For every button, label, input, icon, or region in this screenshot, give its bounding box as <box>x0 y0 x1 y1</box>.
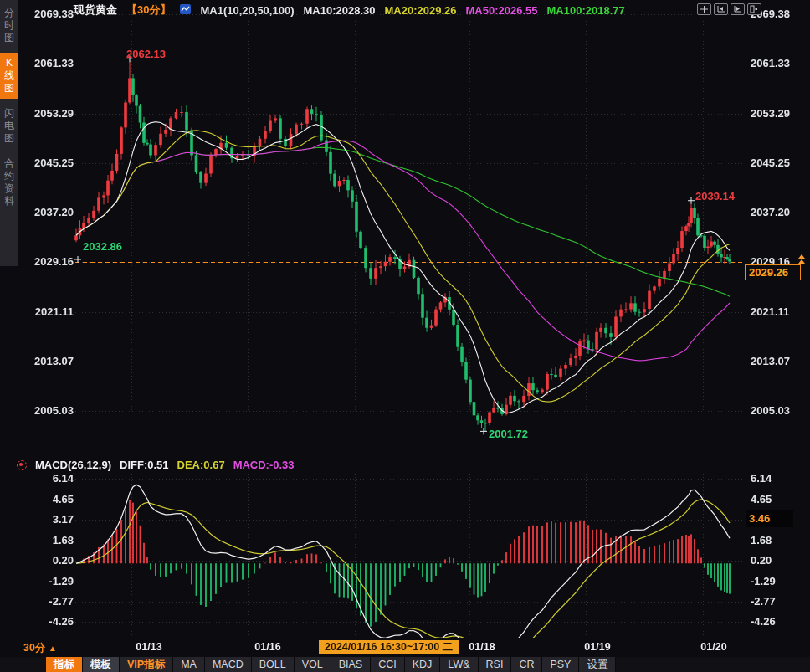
tab-CR[interactable]: CR <box>511 657 542 672</box>
xaxis-date-label: 01/19 <box>564 641 631 653</box>
axis-left-icon[interactable] <box>714 3 728 15</box>
tab-设置[interactable]: 设置 <box>579 657 616 672</box>
selected-time-box: 2024/01/16 16:30~17:00 二 <box>319 640 459 654</box>
tab-VIP指标[interactable]: VIP指标 <box>120 657 173 672</box>
instrument-name: 现货黄金 <box>74 3 117 18</box>
ma-legend-value-1: MA10:2028.30 <box>303 4 375 17</box>
left-sidebar: 分时图K线图闪电图合约资料 <box>0 0 18 266</box>
main-low-annotation: 2001.72 <box>489 428 528 440</box>
price-axis-label: 2013.07 <box>23 355 74 367</box>
sidebar-item-2[interactable]: K线图 <box>0 53 18 99</box>
macd-axis-label: 1.68 <box>23 534 74 546</box>
price-axis-label: 2053.29 <box>751 107 806 120</box>
ma-legend-value-4: MA100:2018.77 <box>546 4 624 17</box>
price-axis-label: 2021.11 <box>751 305 806 318</box>
macd-crosshair-value-box: 3.46 <box>746 510 793 527</box>
ma-setting-label: MA1(10,20,50,100) <box>200 4 294 17</box>
macd-axis-label: -2.77 <box>751 595 806 608</box>
tab-RSI[interactable]: RSI <box>479 657 512 672</box>
macd-title: MACD(26,12,9) <box>35 459 111 471</box>
tab-指标[interactable]: 指标 <box>46 657 83 672</box>
chart-header: 现货黄金 【30分】 MA1(10,20,50,100) MA10:2028.3… <box>74 3 625 18</box>
live-dot-icon <box>17 460 27 470</box>
macd-axis-label: 3.17 <box>23 513 74 526</box>
tab-LW&[interactable]: LW& <box>440 657 478 672</box>
macd-axis-label: -1.29 <box>23 575 74 587</box>
price-axis-label: 2045.25 <box>23 156 74 169</box>
macd-axis-label: -4.26 <box>751 615 806 628</box>
price-up-arrows-icon <box>797 254 807 264</box>
period-selector[interactable]: 30分 ▲ <box>23 641 57 655</box>
indicator-tabbar: 指标模板VIP指标MAMACDBOLLVOLBIASCCIKDJLW&RSICR… <box>0 657 810 672</box>
chart-toolbar <box>697 3 761 15</box>
price-axis-label: 2021.11 <box>23 305 74 318</box>
last-price-box: 2029.26 <box>745 264 801 280</box>
tab-PSY[interactable]: PSY <box>542 657 579 672</box>
macd-axis-label: -2.77 <box>23 595 74 608</box>
price-axis-label: 2005.03 <box>23 404 74 417</box>
chevron-up-icon: ▲ <box>49 644 57 653</box>
macd-dea-value: DEA:0.67 <box>177 459 225 471</box>
sidebar-item-4[interactable]: 合约资料 <box>0 153 18 212</box>
price-axis-label: 2045.25 <box>751 156 806 169</box>
price-axis-label: 2029.16 <box>23 255 74 268</box>
sidebar-item-1[interactable]: 分时图 <box>0 3 18 49</box>
axis-right-icon[interactable] <box>731 3 745 15</box>
tab-KDJ[interactable]: KDJ <box>405 657 441 672</box>
macd-axis-label: 4.65 <box>23 493 74 505</box>
trading-app-window: 分时图K线图闪电图合约资料 现货黄金 【30分】 MA1(10,20,50,10… <box>0 0 810 672</box>
period-tag: 【30分】 <box>126 3 171 18</box>
tab-MACD[interactable]: MACD <box>205 657 252 672</box>
ma-legend-value-3: MA50:2026.55 <box>465 4 537 17</box>
right-high-annotation: 2039.14 <box>695 190 735 203</box>
price-axis-label: 2013.07 <box>751 355 806 367</box>
tabbar-spacer <box>0 657 46 672</box>
time-axis: 30分 ▲ 2024/01/16 16:30~17:00 二 01/1301/1… <box>0 639 810 657</box>
price-axis-label: 2069.38 <box>23 8 74 20</box>
price-axis-label: 2061.33 <box>751 57 806 69</box>
crosshair-icon[interactable] <box>697 3 711 15</box>
price-axis-label: 2053.29 <box>23 107 74 120</box>
chart-canvas[interactable] <box>0 0 810 672</box>
ma-legend-value-2: MA20:2029.26 <box>384 4 456 17</box>
tab-CCI[interactable]: CCI <box>371 657 405 672</box>
start-low-annotation: 2032.86 <box>83 240 122 253</box>
price-axis-label: 2005.03 <box>751 404 806 417</box>
xaxis-date-label: 01/20 <box>680 641 747 653</box>
xaxis-date-label: 01/18 <box>449 641 515 653</box>
shift-right-icon[interactable] <box>747 3 761 15</box>
tab-模板[interactable]: 模板 <box>83 657 120 672</box>
tab-MA[interactable]: MA <box>173 657 205 672</box>
price-axis-label: 2037.20 <box>23 206 74 218</box>
swing-high-annotation: 2062.13 <box>126 48 166 60</box>
line-chart-icon <box>180 4 191 17</box>
macd-axis-label: 1.68 <box>751 534 806 546</box>
macd-axis-label: 6.14 <box>751 472 806 485</box>
tab-BOLL[interactable]: BOLL <box>252 657 295 672</box>
macd-macd-value: MACD:-0.33 <box>233 459 295 471</box>
macd-diff-value: DIFF:0.51 <box>120 459 169 471</box>
ma-legend: MA10:2028.30MA20:2029.26MA50:2026.55MA10… <box>303 4 624 17</box>
tab-BIAS[interactable]: BIAS <box>331 657 372 672</box>
macd-axis-label: 6.14 <box>23 472 74 485</box>
macd-axis-label: 0.20 <box>751 554 806 567</box>
macd-axis-label: -4.26 <box>23 615 74 628</box>
price-axis-label: 2061.33 <box>23 57 74 69</box>
xaxis-date-label: 01/16 <box>234 641 301 653</box>
tab-VOL[interactable]: VOL <box>295 657 331 672</box>
macd-axis-label: -1.29 <box>751 575 806 587</box>
xaxis-date-label: 01/13 <box>115 641 182 653</box>
sidebar-item-3[interactable]: 闪电图 <box>0 103 18 149</box>
macd-axis-label: 0.20 <box>23 554 74 567</box>
price-axis-label: 2037.20 <box>751 206 806 218</box>
period-selector-label: 30分 <box>23 642 45 654</box>
macd-axis-label: 4.65 <box>751 493 806 505</box>
macd-header: MACD(26,12,9) DIFF:0.51 DEA:0.67 MACD:-0… <box>17 459 295 471</box>
